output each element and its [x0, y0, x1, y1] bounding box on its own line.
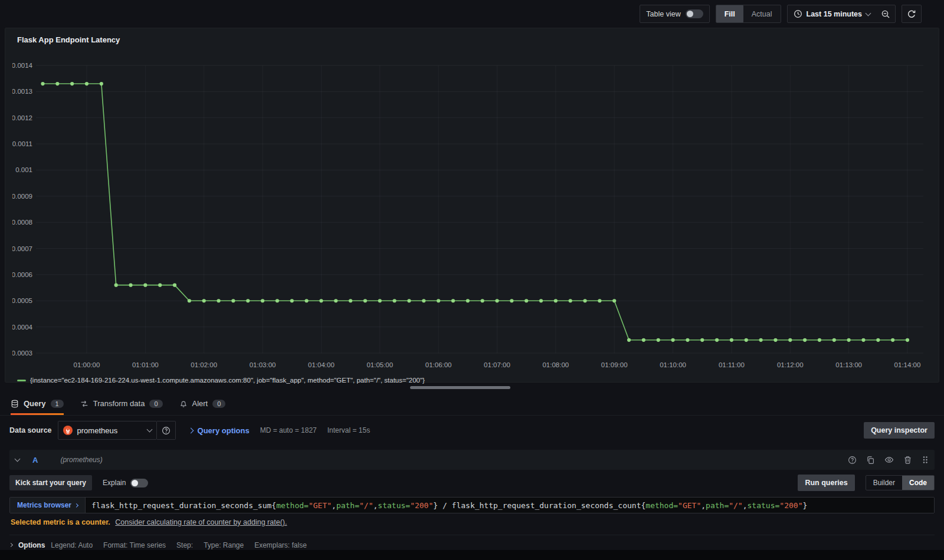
- query-inspector-button[interactable]: Query inspector: [864, 422, 935, 439]
- svg-text:0.0014: 0.0014: [12, 62, 33, 69]
- tab-transform-data[interactable]: Transform data 0: [80, 392, 163, 415]
- explain-toggle[interactable]: [130, 479, 148, 487]
- prometheus-icon: [63, 426, 73, 435]
- svg-text:01:11:00: 01:11:00: [719, 361, 745, 368]
- help-circle-icon: [162, 426, 171, 435]
- interval-text: Interval = 15s: [327, 426, 370, 434]
- datasource-picker[interactable]: prometheus: [58, 421, 157, 440]
- max-data-points-text: MD = auto = 1827: [260, 426, 317, 434]
- svg-text:01:06:00: 01:06:00: [425, 361, 452, 368]
- tab-transform-count: 0: [149, 400, 162, 408]
- metrics-browser-toggle[interactable]: Metrics browser: [10, 498, 86, 513]
- tab-alert[interactable]: Alert 0: [179, 392, 226, 415]
- table-view-group: Table view: [640, 5, 709, 23]
- tab-alert-count: 0: [212, 400, 225, 408]
- window-bottom-strip: [0, 550, 944, 560]
- refresh-button[interactable]: [902, 5, 921, 22]
- options-format: Format: Time series: [103, 541, 166, 549]
- chevron-right-icon: [74, 503, 78, 507]
- svg-text:01:01:00: 01:01:00: [132, 361, 159, 368]
- code-mode-button[interactable]: Code: [902, 476, 934, 490]
- datasource-value: prometheus: [77, 426, 143, 435]
- refresh-icon: [907, 9, 916, 19]
- svg-text:0.0007: 0.0007: [12, 245, 32, 252]
- explain-control: Explain: [103, 479, 148, 487]
- database-icon: [11, 400, 19, 408]
- svg-text:01:12:00: 01:12:00: [777, 361, 804, 368]
- svg-text:01:02:00: 01:02:00: [191, 361, 217, 368]
- explain-label: Explain: [103, 479, 126, 487]
- panel-edit-toolbar: Table view Fill Actual Last 15 minutes: [0, 0, 944, 28]
- metrics-browser-label: Metrics browser: [17, 501, 71, 509]
- tab-query-label: Query: [24, 399, 46, 408]
- run-queries-button[interactable]: Run queries: [798, 475, 854, 491]
- fill-actual-segmented: Fill Actual: [716, 5, 781, 22]
- hide-response-eye-icon[interactable]: [884, 455, 894, 465]
- collapse-chevron-icon[interactable]: [15, 456, 21, 462]
- datasource-help-button[interactable]: [157, 421, 176, 440]
- panel-title: Flask App Endpoint Latency: [12, 33, 932, 48]
- duplicate-query-icon[interactable]: [866, 456, 875, 465]
- bell-icon: [179, 400, 188, 408]
- query-toolbar: Kick start your query Explain Run querie…: [9, 475, 935, 491]
- warning-hint-link[interactable]: Consider calculating rate of counter by …: [115, 518, 287, 526]
- horizontal-scrollbar: [0, 383, 944, 392]
- svg-text:01:05:00: 01:05:00: [366, 361, 393, 368]
- query-options-toggle[interactable]: Query options: [189, 426, 250, 435]
- query-ref-id[interactable]: A: [32, 456, 38, 465]
- options-type: Type: Range: [204, 541, 244, 549]
- legend-series-swatch: [17, 380, 26, 381]
- table-view-toggle[interactable]: [686, 9, 703, 18]
- svg-text:0.0012: 0.0012: [12, 114, 32, 121]
- time-range-picker[interactable]: Last 15 minutes: [788, 9, 876, 18]
- svg-text:0.0011: 0.0011: [12, 140, 32, 147]
- builder-mode-button[interactable]: Builder: [866, 476, 902, 490]
- refresh-group: [902, 5, 922, 23]
- svg-text:0.0008: 0.0008: [12, 219, 32, 226]
- datasource-row: Data source prometheus Query options MD …: [9, 420, 935, 440]
- query-datasource-hint: (prometheus): [60, 456, 102, 464]
- promql-editor-row: Metrics browser flask_http_request_durat…: [9, 497, 935, 513]
- table-view-label: Table view: [646, 10, 680, 18]
- timeseries-panel: Flask App Endpoint Latency 0.00140.00130…: [5, 28, 939, 383]
- svg-text:01:10:00: 01:10:00: [660, 361, 686, 368]
- svg-text:0.0004: 0.0004: [12, 324, 33, 331]
- tab-query[interactable]: Query 1: [11, 392, 64, 415]
- builder-code-switch: Builder Code: [866, 475, 935, 490]
- svg-text:0.0006: 0.0006: [12, 271, 32, 278]
- query-options-summary-row: Options Legend: Auto Format: Time series…: [9, 535, 935, 550]
- svg-text:01:14:00: 01:14:00: [894, 361, 921, 368]
- query-options-label: Query options: [198, 426, 250, 435]
- svg-text:01:03:00: 01:03:00: [250, 361, 276, 368]
- query-actions: [848, 455, 929, 465]
- svg-text:01:13:00: 01:13:00: [835, 361, 862, 368]
- delete-query-trash-icon[interactable]: [903, 456, 912, 465]
- svg-text:01:08:00: 01:08:00: [542, 361, 569, 368]
- promql-expression-input[interactable]: flask_http_request_duration_seconds_sum{…: [86, 498, 934, 513]
- kick-start-query-button[interactable]: Kick start your query: [9, 475, 92, 490]
- options-exemplars: Exemplars: false: [254, 541, 307, 549]
- svg-text:01:07:00: 01:07:00: [484, 361, 510, 368]
- svg-text:01:04:00: 01:04:00: [308, 361, 335, 368]
- edit-pane-tabs: Query 1 Transform data 0 Alert 0: [0, 392, 944, 416]
- time-range-label: Last 15 minutes: [807, 10, 862, 18]
- chevron-right-icon: [188, 427, 194, 433]
- scrollbar-handle[interactable]: [410, 386, 510, 389]
- counter-warning: Selected metric is a counter. Consider c…: [11, 518, 935, 526]
- chevron-down-icon: [146, 427, 152, 433]
- tab-transform-label: Transform data: [93, 399, 145, 408]
- latency-chart[interactable]: 0.00140.00130.00120.00110.0010.00090.000…: [12, 48, 933, 373]
- drag-handle-icon[interactable]: [922, 455, 929, 465]
- svg-text:0.0005: 0.0005: [12, 297, 32, 304]
- chevron-down-icon: [866, 10, 871, 16]
- query-card-header[interactable]: A (prometheus): [9, 450, 935, 470]
- options-label[interactable]: Options: [18, 541, 45, 549]
- datasource-label: Data source: [9, 426, 58, 434]
- actual-button[interactable]: Actual: [743, 5, 781, 22]
- clock-icon: [794, 9, 802, 18]
- zoom-out-button[interactable]: [876, 5, 895, 22]
- fill-button[interactable]: Fill: [716, 5, 743, 22]
- options-legend: Legend: Auto: [51, 541, 93, 549]
- fill-actual-group: Fill Actual: [716, 5, 781, 23]
- query-help-icon[interactable]: [848, 456, 857, 465]
